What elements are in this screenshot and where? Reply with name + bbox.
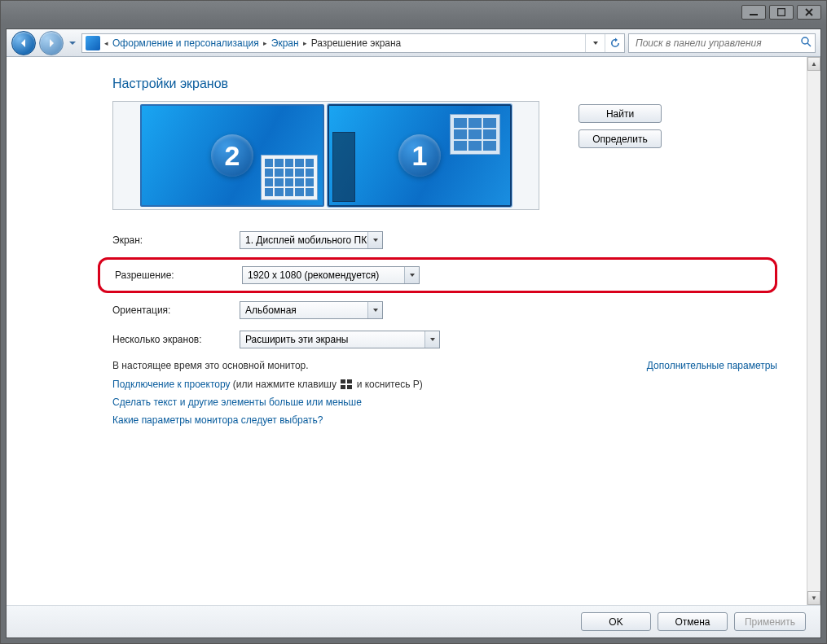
breadcrumb: ◂ Оформление и персонализация ▸ Экран ▸ … [81,33,625,53]
chevron-icon[interactable]: ▸ [261,39,270,47]
svg-rect-0 [750,14,758,15]
window-content: ◂ Оформление и персонализация ▸ Экран ▸ … [6,28,821,638]
dialog-footer: OK Отмена Применить [7,605,820,637]
scroll-down-button[interactable]: ▼ [807,591,820,605]
maximize-button[interactable] [769,5,794,20]
settings-pane: Настройки экранов 2 [7,57,807,605]
projector-hint-2: и коснитесь P) [357,379,423,390]
resolution-label: Разрешение: [100,269,234,281]
resolution-dropdown[interactable]: 1920 x 1080 (рекомендуется) [242,266,420,284]
breadcrumb-dropdown[interactable] [585,34,605,52]
row-screen: Экран: 1. Дисплей мобильного ПК [112,231,777,249]
chevron-down-icon [367,302,382,318]
screen-value: 1. Дисплей мобильного ПК [245,234,367,246]
scroll-up-button[interactable]: ▲ [807,57,820,71]
refresh-button[interactable] [605,34,624,52]
orientation-value: Альбомная [245,304,297,316]
chevron-down-icon [404,267,419,283]
breadcrumb-level2[interactable]: Экран [270,37,301,49]
row-multiple-displays: Несколько экранов: Расширить эти экраны [112,331,777,348]
control-panel-icon [86,36,100,50]
chevron-icon[interactable]: ◂ [102,39,111,47]
monitor-2[interactable]: 2 [140,104,324,207]
close-button[interactable] [797,5,821,20]
primary-monitor-status: В настоящее время это основной монитор. … [112,360,777,371]
resolution-value: 1920 x 1080 (рекомендуется) [248,269,379,281]
forward-button[interactable] [39,31,64,55]
screen-dropdown[interactable]: 1. Дисплей мобильного ПК [240,231,383,249]
window-frame: ◂ Оформление и персонализация ▸ Экран ▸ … [0,0,827,644]
scrollbar[interactable]: ▲ ▼ [807,57,820,605]
svg-point-2 [802,37,808,44]
titlebar [1,1,826,24]
chevron-down-icon [367,232,382,248]
advanced-settings-link[interactable]: Дополнительные параметры [647,360,777,371]
text-size-row: Сделать текст и другие элементы больше и… [112,396,777,408]
search-input[interactable] [634,37,797,50]
minimize-button[interactable] [741,5,766,20]
monitor-1-selected[interactable]: 1 [328,104,512,207]
monitor-number-badge: 1 [398,134,441,177]
find-button[interactable]: Найти [578,104,662,123]
which-settings-link[interactable]: Какие параметры монитора следует выбрать… [112,414,323,426]
screen-label: Экран: [112,234,231,246]
projector-hint-1: (или нажмите клавишу [233,379,340,390]
search-icon[interactable] [797,36,815,50]
monitor-side-buttons: Найти Определить [578,101,662,148]
back-button[interactable] [11,31,36,55]
multi-dropdown[interactable]: Расширить эти экраны [240,331,440,348]
content-area: Настройки экранов 2 [7,57,820,605]
navbar: ◂ Оформление и персонализация ▸ Экран ▸ … [7,29,820,57]
monitor-arrangement[interactable]: 2 1 [112,101,539,210]
highlighted-resolution-row: Разрешение: 1920 x 1080 (рекомендуется) [98,257,777,293]
identify-button[interactable]: Определить [578,129,662,148]
monitor-thumb-icon [450,114,500,155]
monitor-number-badge: 2 [211,134,253,177]
projector-row: Подключение к проектору (или нажмите кла… [112,378,777,390]
multi-value: Расширить эти экраны [245,334,348,345]
search-box [628,33,816,53]
svg-rect-1 [778,9,785,16]
text-size-link[interactable]: Сделать текст и другие элементы больше и… [112,396,362,408]
apply-button[interactable]: Применить [734,612,806,631]
orientation-dropdown[interactable]: Альбомная [240,301,383,319]
breadcrumb-current[interactable]: Разрешение экрана [310,37,403,49]
history-dropdown[interactable] [67,33,78,54]
row-resolution: Разрешение: 1920 x 1080 (рекомендуется) [100,266,765,284]
breadcrumb-root[interactable]: Оформление и персонализация [111,37,261,49]
row-orientation: Ориентация: Альбомная [112,301,777,319]
which-settings-row: Какие параметры монитора следует выбрать… [112,414,777,426]
chevron-down-icon [424,331,439,348]
primary-monitor-text: В настоящее время это основной монитор. [112,360,309,371]
multi-label: Несколько экранов: [112,334,231,345]
windows-key-icon [341,379,352,389]
taskbar-icon [332,132,355,202]
page-title: Настройки экранов [112,77,777,91]
projector-link[interactable]: Подключение к проектору [112,379,231,390]
orientation-label: Ориентация: [112,304,231,316]
monitor-thumb-icon [261,155,318,200]
cancel-button[interactable]: Отмена [658,612,728,631]
chevron-icon[interactable]: ▸ [301,39,310,47]
ok-button[interactable]: OK [581,612,651,631]
